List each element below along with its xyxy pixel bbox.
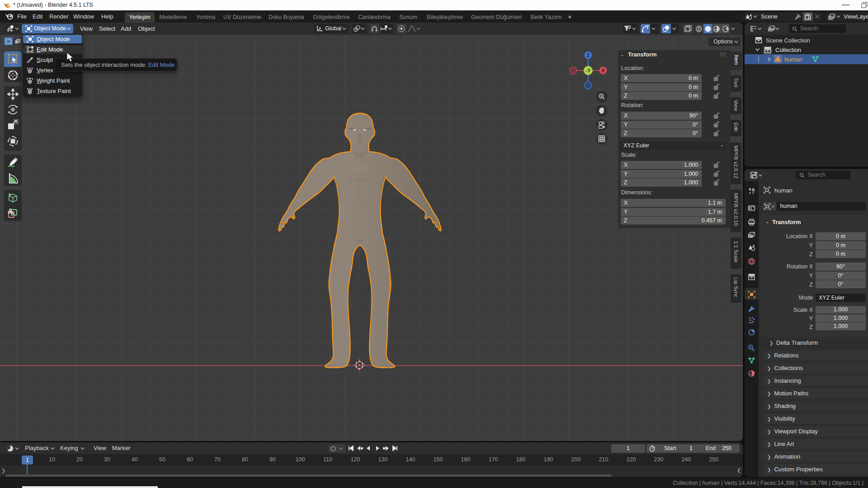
svg-text:X: X [602,68,605,73]
svg-text:-Y: -Y [586,68,591,73]
svg-text:Z: Z [587,53,590,58]
